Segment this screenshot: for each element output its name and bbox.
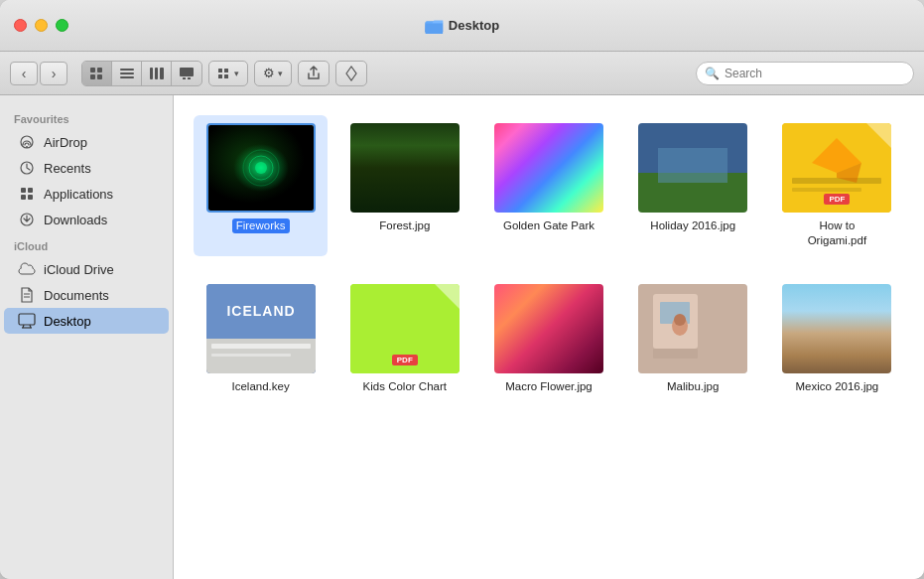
svg-rect-15	[218, 69, 222, 72]
sidebar-item-documents[interactable]: Documents	[4, 282, 169, 308]
file-name: How toOrigami.pdf	[808, 218, 866, 248]
svg-rect-9	[150, 68, 153, 79]
view-list-button[interactable]	[112, 62, 142, 85]
gallery-icon	[179, 67, 195, 80]
action-group: ⚙ ▾	[254, 61, 292, 86]
file-item-holiday[interactable]: Holiday 2016.jpg	[626, 115, 760, 256]
arrange-group: ▾	[208, 61, 248, 86]
minimize-button[interactable]	[35, 19, 48, 32]
svg-rect-23	[28, 188, 33, 193]
tag-icon	[343, 66, 359, 81]
finder-window: Desktop ‹ ›	[0, 0, 924, 579]
svg-point-36	[255, 162, 267, 174]
svg-rect-40	[658, 148, 727, 183]
file-name: Forest.jpg	[379, 218, 430, 233]
svg-rect-44	[792, 188, 861, 192]
arrange-button[interactable]: ▾	[209, 62, 247, 85]
applications-icon	[18, 185, 36, 203]
file-item-malibu[interactable]: Malibu.jpg	[626, 276, 760, 402]
forward-button[interactable]: ›	[40, 62, 67, 85]
sidebar: Favourites AirDrop	[0, 95, 174, 579]
svg-rect-16	[224, 69, 228, 72]
window-title: Desktop	[425, 18, 499, 34]
file-thumbnail-iceland: ICELAND	[206, 284, 316, 373]
file-thumbnail-golden-gate	[494, 123, 603, 213]
svg-point-20	[26, 146, 28, 148]
file-area: Fireworks Forest.jpg Golden Gate Park	[174, 95, 924, 579]
svg-rect-2	[90, 68, 95, 72]
file-name: Iceland.key	[232, 379, 290, 394]
file-thumbnail-fireworks	[206, 123, 316, 213]
file-item-fireworks[interactable]: Fireworks	[194, 115, 328, 256]
svg-rect-60	[653, 349, 698, 359]
sidebar-item-icloud-drive[interactable]: iCloud Drive	[4, 256, 169, 282]
toolbar: ‹ ›	[0, 52, 924, 95]
file-name: Mexico 2016.jpg	[796, 379, 879, 394]
tag-button[interactable]	[335, 61, 367, 86]
svg-rect-24	[21, 195, 26, 200]
sidebar-item-label: Documents	[44, 288, 109, 303]
back-button[interactable]: ‹	[10, 62, 38, 85]
svg-rect-51	[211, 344, 311, 349]
svg-rect-8	[120, 76, 134, 78]
titlebar: Desktop	[0, 0, 924, 52]
search-input[interactable]	[725, 67, 905, 80]
search-box[interactable]: 🔍	[696, 62, 914, 85]
share-button[interactable]	[298, 61, 330, 86]
view-column-button[interactable]	[142, 62, 172, 85]
airdrop-icon	[18, 133, 36, 151]
file-item-origami[interactable]: PDF How toOrigami.pdf	[770, 115, 904, 256]
main-area: Favourites AirDrop	[0, 95, 924, 579]
svg-rect-17	[218, 74, 222, 78]
svg-rect-22	[21, 188, 26, 193]
file-item-golden-gate[interactable]: Golden Gate Park	[481, 115, 615, 256]
view-buttons	[81, 61, 202, 86]
file-name: Holiday 2016.jpg	[650, 218, 735, 233]
svg-rect-10	[155, 68, 158, 79]
sidebar-item-airdrop[interactable]: AirDrop	[4, 129, 169, 155]
maximize-button[interactable]	[56, 19, 68, 32]
svg-rect-5	[97, 74, 102, 79]
sidebar-item-applications[interactable]: Applications	[4, 181, 169, 207]
sidebar-item-recents[interactable]: Recents	[4, 155, 169, 181]
file-grid: Fireworks Forest.jpg Golden Gate Park	[194, 115, 904, 402]
icloud-label: iCloud	[0, 232, 173, 256]
sidebar-item-label: iCloud Drive	[44, 262, 114, 277]
file-name: Kids Color Chart	[363, 379, 447, 394]
file-item-macro-flower[interactable]: Macro Flower.jpg	[481, 276, 615, 402]
desktop-icon	[18, 312, 36, 330]
action-button[interactable]: ⚙ ▾	[255, 62, 291, 85]
sidebar-item-desktop[interactable]: Desktop	[4, 308, 169, 334]
recents-icon	[18, 159, 36, 177]
file-item-kids-color-chart[interactable]: PDF Kids Color Chart	[337, 276, 471, 402]
downloads-icon	[18, 211, 36, 228]
file-item-iceland[interactable]: ICELAND Iceland.key	[194, 276, 328, 402]
svg-rect-29	[19, 314, 35, 325]
title-text: Desktop	[449, 18, 499, 33]
close-button[interactable]	[14, 19, 27, 32]
arrange-arrow: ▾	[234, 69, 239, 78]
list-icon	[119, 67, 135, 80]
nav-buttons: ‹ ›	[10, 62, 67, 85]
file-thumbnail-kids-color-chart: PDF	[350, 284, 460, 373]
view-gallery-button[interactable]	[172, 62, 201, 85]
svg-rect-18	[224, 74, 228, 78]
file-item-mexico[interactable]: Mexico 2016.jpg	[770, 276, 904, 402]
sidebar-item-label: Desktop	[44, 314, 91, 329]
sidebar-item-label: Recents	[44, 161, 91, 176]
svg-rect-14	[188, 77, 191, 79]
file-thumbnail-forest	[350, 123, 460, 213]
sidebar-item-label: Applications	[44, 187, 113, 202]
svg-rect-11	[160, 68, 164, 79]
view-icon-button[interactable]	[82, 62, 112, 85]
svg-rect-4	[90, 74, 95, 79]
icloud-drive-icon	[18, 260, 36, 278]
file-item-forest[interactable]: Forest.jpg	[337, 115, 471, 256]
action-arrow: ▾	[278, 69, 283, 78]
file-thumbnail-holiday	[638, 123, 747, 213]
sidebar-item-downloads[interactable]: Downloads	[4, 207, 169, 232]
search-icon: 🔍	[705, 67, 720, 80]
grid-icon	[89, 67, 105, 80]
svg-rect-6	[120, 69, 134, 71]
gear-icon: ⚙	[263, 66, 275, 80]
